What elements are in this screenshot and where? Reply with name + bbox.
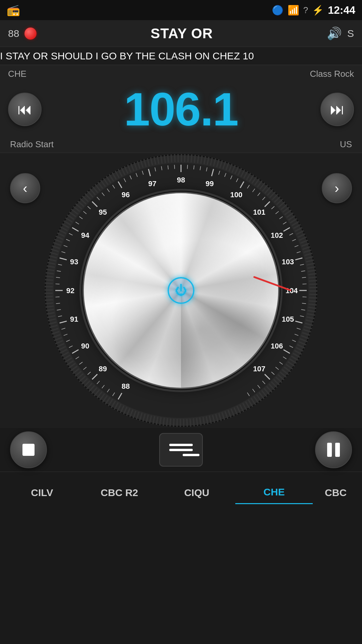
power-icon: ⚡ [312,5,324,16]
power-icon: ⏻ [175,283,187,298]
pause-bar-right [335,443,340,457]
svg-text:93: 93 [70,258,78,266]
svg-line-99 [303,284,307,284]
radio-start-label: Radio Start [10,139,54,150]
dial-next-button[interactable]: › [322,173,352,203]
genre-label: Class Rock [310,69,354,79]
dial-container[interactable]: 8889909192939495969798991001011021031041… [44,153,318,428]
next-icon: ⏭ [330,101,345,118]
pause-icon [327,443,340,457]
dial-section: ‹ › 888990919293949596979899100101102103… [0,153,362,428]
svg-text:92: 92 [66,286,74,295]
volume-icon[interactable]: 🔊 [327,26,342,41]
dial-prev-button[interactable]: ‹ [10,173,40,203]
tab-che[interactable]: CHE [235,481,313,504]
menu-icon-line1 [169,444,193,446]
header-left: 88 [8,28,37,40]
svg-text:107: 107 [253,365,265,373]
dial-left-arrow-icon: ‹ [23,181,27,196]
station-code-label: CHE [8,69,26,79]
svg-text:98: 98 [177,176,185,184]
svg-text:105: 105 [282,315,294,323]
svg-text:101: 101 [253,208,265,216]
status-icons: 🔵 📶 ? ⚡ 12:44 [272,4,355,16]
tab-cbc[interactable]: CBC [313,482,359,504]
menu-icon-line2 [169,449,193,451]
svg-text:94: 94 [81,231,89,239]
prev-icon: ⏮ [17,101,32,118]
header-suffix: S [347,28,354,39]
svg-line-66 [187,165,188,169]
stop-button[interactable] [10,431,47,468]
svg-text:106: 106 [270,342,283,350]
bottom-tabs: CILV CBC R2 CIQU CHE CBC [0,472,362,513]
svg-line-27 [56,297,60,297]
ticker-text: I STAY OR SHOULD I GO BY THE CLASH ON CH… [0,50,254,62]
help-icon: ? [303,5,308,15]
power-button[interactable]: ⏻ [168,277,194,304]
status-bar: 📻 🔵 📶 ? ⚡ 12:44 [0,0,362,20]
app-header: 88 STAY OR 🔊 S [0,20,362,47]
svg-line-30 [56,284,60,284]
svg-text:96: 96 [122,191,130,199]
menu-icon-line3 [183,454,199,456]
tuning-knob[interactable]: ⏻ [84,193,278,388]
wifi-icon: 📶 [288,5,299,16]
svg-text:88: 88 [122,382,130,390]
bluetooth-icon: 🔵 [272,5,284,16]
svg-line-102 [303,297,307,297]
tab-cilv[interactable]: CILV [3,482,81,504]
prev-station-button[interactable]: ⏮ [8,93,42,126]
menu-button[interactable] [159,433,203,467]
svg-text:90: 90 [81,342,89,350]
frequency-display: 106.1 [124,86,238,133]
svg-text:91: 91 [70,315,78,323]
station-number: 88 [8,28,19,39]
time-display: 12:44 [328,4,355,16]
dial-right-arrow-icon: › [335,181,339,196]
tab-cbc-r2[interactable]: CBC R2 [81,482,158,504]
next-station-button[interactable]: ⏭ [320,93,354,126]
station-info: CHE Class Rock [0,65,362,83]
svg-text:95: 95 [99,208,107,216]
svg-text:104: 104 [286,286,298,295]
svg-text:102: 102 [270,231,283,239]
controls-bar [0,428,362,472]
us-label: US [340,139,352,150]
stop-icon [22,444,35,456]
freq-labels: Radio Start US [0,136,362,153]
svg-text:97: 97 [148,179,156,188]
pause-bar-left [327,443,332,457]
ticker-bar: I STAY OR SHOULD I GO BY THE CLASH ON CH… [0,47,362,65]
svg-text:99: 99 [205,179,214,188]
tab-ciqu[interactable]: CIQU [158,482,236,504]
pause-button[interactable] [315,431,352,468]
header-title: STAY OR [37,25,327,42]
record-indicator [24,28,37,40]
status-left: 📻 [7,4,20,16]
header-right: 🔊 S [327,26,354,41]
svg-text:89: 89 [99,365,107,373]
svg-text:100: 100 [230,191,243,199]
svg-text:103: 103 [282,258,294,266]
svg-line-63 [174,165,175,169]
radio-icon: 📻 [7,4,20,16]
frequency-row: ⏮ 106.1 ⏭ [0,83,362,136]
